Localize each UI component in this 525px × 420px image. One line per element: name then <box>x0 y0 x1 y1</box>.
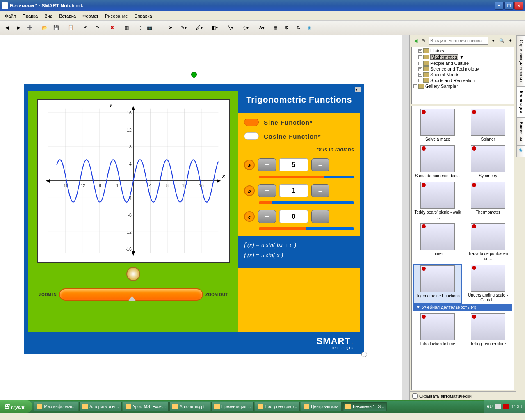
param-a-bar[interactable] <box>259 176 354 178</box>
search-button[interactable]: 🔍 <box>498 35 506 46</box>
next-page-button[interactable]: ▶ <box>13 23 24 33</box>
gallery-item[interactable]: Thermometer <box>464 181 513 221</box>
creative-pen-tool[interactable]: 🖊▾ <box>192 23 207 33</box>
lang-indicator[interactable]: RU <box>487 404 493 409</box>
gallery-item[interactable]: Symmetry <box>464 144 513 179</box>
gallery-item[interactable]: Trigonometric Functions <box>413 264 462 304</box>
zoom-slider[interactable] <box>59 288 203 301</box>
tree-item-history[interactable]: +History <box>413 48 513 54</box>
canvas-area[interactable]: ▾ y x <box>0 35 409 400</box>
minimize-button[interactable]: – <box>495 2 504 10</box>
redo-button[interactable]: ↷ <box>92 23 103 33</box>
taskbar-item[interactable]: Урок_MS_Excel... <box>123 402 169 411</box>
menu-help[interactable]: Справка <box>131 12 155 20</box>
senteo-button[interactable]: ◉ <box>304 23 315 33</box>
param-b-minus[interactable]: – <box>311 184 329 197</box>
taskbar-item[interactable]: Безимени * - S... <box>342 402 387 411</box>
tree-item-sports[interactable]: +Sports and Recreation <box>413 78 513 83</box>
activities-section-header[interactable]: ▼ Учебная деятельность (4) <box>413 304 512 311</box>
save-button[interactable]: 💾 <box>51 23 62 33</box>
param-c-plus[interactable]: + <box>258 210 276 223</box>
canvas-scrollbar[interactable] <box>402 35 409 400</box>
add-page-button[interactable]: ➕ <box>25 23 35 33</box>
gallery-item[interactable]: Timer <box>413 222 462 262</box>
menu-file[interactable]: Файл <box>2 12 19 20</box>
menu-insert[interactable]: Вставка <box>56 12 79 20</box>
properties-button[interactable]: ⚙ <box>281 23 292 33</box>
gallery-item[interactable]: Suma de números deci... <box>413 144 462 179</box>
pointer-tool[interactable]: ➤ <box>165 23 176 33</box>
flash-widget-selection[interactable]: ▾ y x <box>24 84 364 354</box>
param-b-bar[interactable] <box>259 201 354 204</box>
undo-button[interactable]: ↶ <box>80 23 91 33</box>
tree-item-science[interactable]: +Science and Technology <box>413 66 513 72</box>
system-tray[interactable]: RU 11:38 <box>484 400 525 413</box>
taskbar-item[interactable]: Алгоритм.ppt <box>169 402 210 411</box>
gallery-item[interactable]: Trazado de puntos en un... <box>464 222 513 262</box>
tab-attachments[interactable]: Вложения <box>516 117 525 146</box>
gallery-back-button[interactable]: ◀ <box>411 35 419 46</box>
param-c-minus[interactable]: – <box>311 210 329 223</box>
param-a-plus[interactable]: + <box>258 158 276 171</box>
delete-button[interactable]: ✖ <box>107 23 117 33</box>
gallery-item[interactable]: Introduction to time <box>413 313 462 347</box>
cosine-toggle[interactable] <box>244 132 259 140</box>
menu-view[interactable]: Вид <box>41 12 56 20</box>
move-toolbar-button[interactable]: ⇅ <box>293 23 304 33</box>
search-input[interactable] <box>429 37 488 45</box>
gallery-item[interactable]: Understanding scale - Captai... <box>464 264 513 304</box>
sine-toggle[interactable] <box>244 119 259 126</box>
tab-online[interactable]: ◉ <box>516 146 525 157</box>
gallery-tree[interactable]: +History +Mathematics ▼ +People and Cult… <box>411 47 514 104</box>
tree-item-mathematics[interactable]: +Mathematics ▼ <box>413 54 513 60</box>
gallery-item[interactable]: Teddy bears' picnic - walk i... <box>413 181 462 221</box>
search-settings-button[interactable]: ✦ <box>507 35 514 46</box>
taskbar-item[interactable]: Мир информат... <box>34 402 78 411</box>
paste-button[interactable]: 📋 <box>66 23 76 33</box>
menu-draw[interactable]: Рисование <box>102 12 131 20</box>
start-button[interactable]: ⊞ пуск <box>0 400 32 413</box>
close-button[interactable]: ✕ <box>514 2 523 10</box>
eraser-tool[interactable]: ◧▾ <box>208 23 222 33</box>
prev-page-button[interactable]: ◀ <box>2 23 12 33</box>
screen-shade-button[interactable]: ▥ <box>121 23 132 33</box>
gallery-item[interactable]: Spinner <box>464 108 513 143</box>
text-tool[interactable]: A▾ <box>254 23 269 33</box>
fill-tool[interactable]: ▦ <box>270 23 281 33</box>
menu-edit[interactable]: Правка <box>19 12 41 20</box>
tree-item-special[interactable]: +Special Needs <box>413 72 513 78</box>
gallery-item[interactable]: Solve a maze <box>413 108 462 143</box>
maximize-button[interactable]: ❐ <box>504 2 514 10</box>
taskbar-item[interactable]: Центр запуска <box>301 402 342 411</box>
param-c-bar[interactable] <box>259 227 354 230</box>
widget-menu-button[interactable]: ▾ <box>355 87 361 92</box>
tray-icon[interactable] <box>495 404 501 409</box>
pen-tool[interactable]: ✎▾ <box>176 23 191 33</box>
gallery-item[interactable]: Telling Temperature <box>464 313 513 347</box>
hide-auto-checkbox[interactable] <box>412 393 418 399</box>
palette-button[interactable] <box>126 267 140 281</box>
rotation-handle[interactable] <box>191 72 197 78</box>
tray-icon[interactable] <box>503 404 509 409</box>
tab-page-sorter[interactable]: Сортировщик страниц <box>516 35 525 87</box>
tree-item-sampler[interactable]: +Gallery Sampler <box>413 83 513 89</box>
param-b-plus[interactable]: + <box>258 184 276 197</box>
taskbar-item[interactable]: Алгоритм и ег... <box>79 402 122 411</box>
gallery-tool-button[interactable]: ✎ <box>420 35 428 46</box>
search-dropdown[interactable]: ▾ <box>489 35 497 46</box>
taskbar-item[interactable]: Построен граф... <box>255 402 300 411</box>
fullscreen-button[interactable]: ⛶ <box>133 23 144 33</box>
zoom-thumb[interactable] <box>128 296 136 301</box>
gallery-items[interactable]: Solve a mazeSpinnerSuma de números deci.… <box>411 106 514 390</box>
param-a-minus[interactable]: – <box>311 158 329 171</box>
menu-format[interactable]: Формат <box>79 12 102 20</box>
tab-gallery[interactable]: Коллекция <box>516 87 525 117</box>
open-button[interactable]: 📂 <box>39 23 50 33</box>
line-tool[interactable]: ╲▾ <box>223 23 238 33</box>
camera-button[interactable]: 📷 <box>144 23 155 33</box>
resize-handle[interactable] <box>361 352 367 357</box>
clock[interactable]: 11:38 <box>511 404 522 409</box>
tree-item-people[interactable]: +People and Culture <box>413 60 513 66</box>
shape-tool[interactable]: ◇▾ <box>239 23 253 33</box>
taskbar-item[interactable]: Презентация ... <box>211 402 254 411</box>
